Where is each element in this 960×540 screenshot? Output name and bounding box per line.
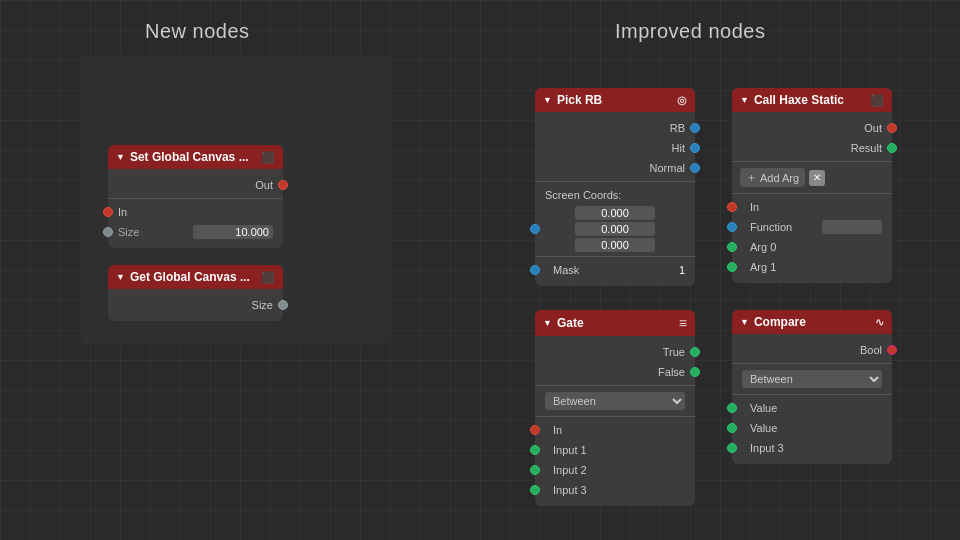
add-arg-button[interactable]: ＋ Add Arg (740, 168, 805, 187)
call-haxe-label: Call Haxe Static (754, 93, 844, 107)
compare-value2-label: Value (750, 422, 777, 434)
arg0-socket[interactable] (727, 242, 737, 252)
coord-row-1: 0.000 (535, 205, 695, 221)
new-nodes-title: New nodes (145, 20, 250, 43)
set-global-canvas-body: Out In Size (108, 169, 283, 248)
call-haxe-triangle[interactable]: ▼ (740, 95, 749, 105)
get-global-canvas-header: ▼ Get Global Canvas ... ⬛ (108, 265, 283, 289)
gate-input3-label: Input 3 (553, 484, 587, 496)
call-in-row: In (732, 197, 892, 217)
hit-socket[interactable] (690, 143, 700, 153)
compare-value1-socket[interactable] (727, 403, 737, 413)
compare-node: ▼ Compare ∿ Bool Between Equal Greater L… (732, 310, 892, 464)
size-out-label: Size (252, 299, 273, 311)
arg1-row: Arg 1 (732, 257, 892, 277)
add-arg-row: ＋ Add Arg ✕ (732, 165, 892, 190)
size-label: Size (118, 226, 193, 238)
compare-input3-socket[interactable] (727, 443, 737, 453)
gate-input1-label: Input 1 (553, 444, 587, 456)
pick-rb-icon: ◎ (677, 94, 687, 107)
improved-nodes-title: Improved nodes (615, 20, 765, 43)
get-global-canvas-label: Get Global Canvas ... (130, 270, 250, 284)
gate-dropdown-row: Between Equal Greater Less (535, 389, 695, 413)
out-label: Out (255, 179, 273, 191)
get-global-canvas-body: Size (108, 289, 283, 321)
normal-row: Normal (535, 158, 695, 178)
add-arg-label: Add Arg (760, 172, 799, 184)
gate-icon: ≡ (679, 315, 687, 331)
gate-triangle[interactable]: ▼ (543, 318, 552, 328)
rb-label: RB (670, 122, 685, 134)
function-label: Function (750, 221, 792, 233)
coord-value-2[interactable]: 0.000 (575, 222, 655, 236)
false-label: False (658, 366, 685, 378)
size-row: Size (108, 222, 283, 242)
compare-input3-row: Input 3 (732, 438, 892, 458)
false-socket[interactable] (690, 367, 700, 377)
size-socket[interactable] (103, 227, 113, 237)
compare-value1-row: Value (732, 398, 892, 418)
gate-input3-row: Input 3 (535, 480, 695, 500)
compare-label: Compare (754, 315, 806, 329)
gate-in-row: In (535, 420, 695, 440)
result-label: Result (851, 142, 882, 154)
screen-coords-label: Screen Coords: (545, 189, 621, 201)
hit-row: Hit (535, 138, 695, 158)
collapse-triangle2[interactable]: ▼ (116, 272, 125, 282)
mask-socket[interactable] (530, 265, 540, 275)
false-row: False (535, 362, 695, 382)
arg1-socket[interactable] (727, 262, 737, 272)
function-row: Function (732, 217, 892, 237)
gate-node: ▼ Gate ≡ True False Between Equal Greate… (535, 310, 695, 506)
mask-label: Mask (553, 264, 579, 276)
size-input[interactable] (193, 225, 273, 239)
bool-label: Bool (860, 344, 882, 356)
bool-row: Bool (732, 340, 892, 360)
coord-row-3: 0.000 (535, 237, 695, 253)
out-socket[interactable] (278, 180, 288, 190)
pick-rb-triangle[interactable]: ▼ (543, 95, 552, 105)
remove-arg-button[interactable]: ✕ (809, 170, 825, 186)
compare-triangle[interactable]: ▼ (740, 317, 749, 327)
plus-icon: ＋ (746, 170, 757, 185)
gate-input2-socket[interactable] (530, 465, 540, 475)
gate-input2-row: Input 2 (535, 460, 695, 480)
pick-rb-header: ▼ Pick RB ◎ (535, 88, 695, 112)
call-haxe-body: Out Result ＋ Add Arg ✕ In Function (732, 112, 892, 283)
gate-dropdown[interactable]: Between Equal Greater Less (545, 392, 685, 410)
call-out-label: Out (864, 122, 882, 134)
coord-value-1[interactable]: 0.000 (575, 206, 655, 220)
compare-dropdown[interactable]: Between Equal Greater Less (742, 370, 882, 388)
compare-value2-socket[interactable] (727, 423, 737, 433)
rb-row: RB (535, 118, 695, 138)
gate-header: ▼ Gate ≡ (535, 310, 695, 336)
gate-input3-socket[interactable] (530, 485, 540, 495)
function-socket[interactable] (727, 222, 737, 232)
bool-socket[interactable] (887, 345, 897, 355)
coord-input-socket[interactable] (530, 224, 540, 234)
set-global-canvas-node: ▼ Set Global Canvas ... ⬛ Out In Size (108, 145, 283, 248)
pick-rb-label: Pick RB (557, 93, 602, 107)
coord-value-3[interactable]: 0.000 (575, 238, 655, 252)
rb-socket[interactable] (690, 123, 700, 133)
result-socket[interactable] (887, 143, 897, 153)
call-haxe-static-node: ▼ Call Haxe Static ⬛ Out Result ＋ Add Ar… (732, 88, 892, 283)
compare-body: Bool Between Equal Greater Less Value Va… (732, 334, 892, 464)
true-row: True (535, 342, 695, 362)
gate-input1-socket[interactable] (530, 445, 540, 455)
arg1-label: Arg 1 (750, 261, 776, 273)
call-out-socket[interactable] (887, 123, 897, 133)
function-input[interactable] (822, 220, 882, 234)
gate-label: Gate (557, 316, 584, 330)
call-in-socket[interactable] (727, 202, 737, 212)
size-out-socket[interactable] (278, 300, 288, 310)
gate-in-label: In (553, 424, 562, 436)
get-global-canvas-node: ▼ Get Global Canvas ... ⬛ Size (108, 265, 283, 321)
gate-in-socket[interactable] (530, 425, 540, 435)
true-socket[interactable] (690, 347, 700, 357)
compare-dropdown-row: Between Equal Greater Less (732, 367, 892, 391)
in-socket[interactable] (103, 207, 113, 217)
collapse-triangle[interactable]: ▼ (116, 152, 125, 162)
normal-socket[interactable] (690, 163, 700, 173)
set-global-canvas-label: Set Global Canvas ... (130, 150, 249, 164)
